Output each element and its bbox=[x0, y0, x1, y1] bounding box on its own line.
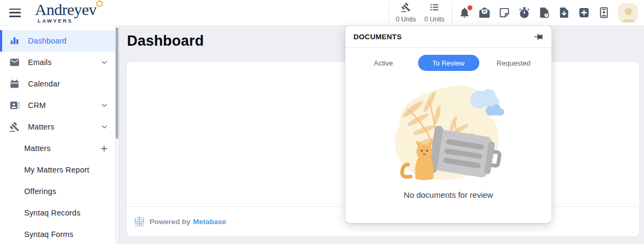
tab-requested[interactable]: Requested bbox=[481, 59, 546, 67]
sidebar-item-offerings[interactable]: Offerings bbox=[0, 181, 116, 202]
sidebar-item-matters[interactable]: Matters bbox=[0, 116, 116, 138]
app-window: Andreyev LAWYERS 0 Units 0 Units bbox=[0, 0, 644, 244]
empty-state-message: No documents for review bbox=[345, 190, 551, 199]
tab-label: Requested bbox=[497, 59, 530, 67]
sidebar-item-label: Dashboard bbox=[28, 37, 67, 45]
brand-logo[interactable]: Andreyev LAWYERS bbox=[35, 2, 96, 24]
sidebar-item-label: Calendar bbox=[28, 80, 60, 88]
task-list-icon bbox=[429, 2, 440, 15]
add-square-icon[interactable] bbox=[578, 6, 591, 19]
sidebar-item-label: Offerings bbox=[24, 187, 56, 196]
bar-chart-icon bbox=[9, 35, 20, 46]
file-download-icon[interactable] bbox=[558, 6, 571, 19]
sidebar-item-emails[interactable]: Emails bbox=[0, 52, 116, 73]
sidebar-item-label: CRM bbox=[28, 101, 46, 110]
metabase-logo-icon bbox=[134, 217, 145, 227]
calendar-icon bbox=[9, 78, 20, 89]
sidebar-nav: Dashboard Emails Calendar CRM bbox=[0, 26, 119, 244]
header-actions: 0 Units 0 Units ? bbox=[386, 2, 638, 24]
documents-tabs: Active To Review Requested bbox=[345, 55, 551, 71]
chevron-down-icon[interactable] bbox=[100, 58, 109, 67]
sidebar-item-matters-sub[interactable]: Matters bbox=[0, 138, 116, 159]
notification-dot bbox=[468, 5, 472, 10]
scrollbar-thumb[interactable] bbox=[116, 27, 118, 139]
sidebar-item-label: My Matters Report bbox=[24, 166, 89, 174]
hexagon-icon bbox=[96, 0, 103, 9]
gavel-icon bbox=[401, 2, 411, 15]
sidebar-item-syntaq-records[interactable]: Syntaq Records bbox=[0, 202, 116, 224]
documents-panel: DOCUMENTS Active To Review Requested bbox=[345, 26, 551, 223]
id-card-icon bbox=[9, 100, 20, 111]
documents-panel-header: DOCUMENTS bbox=[345, 26, 551, 48]
sidebar-item-my-matters-report[interactable]: My Matters Report bbox=[0, 159, 116, 181]
sidebar-item-label: Syntaq Forms bbox=[24, 230, 73, 239]
documents-panel-title: DOCUMENTS bbox=[353, 33, 402, 41]
powered-by-label: Powered by bbox=[150, 218, 190, 226]
hamburger-menu-icon[interactable] bbox=[9, 9, 21, 17]
divider bbox=[451, 2, 452, 24]
add-matter-button[interactable] bbox=[100, 144, 109, 153]
sidebar-item-label: Matters bbox=[24, 144, 51, 153]
sidebar-item-label: Emails bbox=[28, 58, 52, 67]
units-count-label: 0 Units bbox=[424, 16, 444, 23]
brand-tagline: LAWYERS bbox=[35, 18, 96, 24]
tab-to-review[interactable]: To Review bbox=[416, 55, 481, 71]
bell-icon[interactable] bbox=[458, 6, 471, 19]
metabase-link[interactable]: Metabase bbox=[193, 218, 227, 226]
sidebar-item-calendar[interactable]: Calendar bbox=[0, 73, 116, 95]
timer-icon[interactable] bbox=[518, 6, 531, 19]
units-count-label: 0 Units bbox=[396, 16, 416, 23]
cat-trash-illustration bbox=[385, 78, 512, 190]
chevron-down-icon[interactable] bbox=[100, 123, 109, 131]
tab-label-active: To Review bbox=[418, 55, 479, 71]
sidebar-item-label: Matters bbox=[28, 123, 54, 131]
contact-card-icon[interactable] bbox=[598, 6, 611, 19]
gavel-icon bbox=[9, 121, 20, 132]
divider bbox=[388, 2, 389, 24]
sidebar-item-syntaq-forms[interactable]: Syntaq Forms bbox=[0, 224, 116, 244]
file-question-icon[interactable]: ? bbox=[538, 6, 551, 19]
brand-name: Andreyev bbox=[35, 2, 96, 18]
task-units-counter[interactable]: 0 Units bbox=[420, 2, 449, 23]
matter-units-counter[interactable]: 0 Units bbox=[392, 2, 420, 23]
mail-icon[interactable] bbox=[478, 6, 491, 19]
envelope-icon bbox=[9, 57, 20, 68]
top-header: Andreyev LAWYERS 0 Units 0 Units bbox=[0, 0, 644, 26]
user-avatar[interactable] bbox=[618, 3, 638, 23]
sidebar-scrollbar[interactable] bbox=[115, 26, 119, 244]
note-icon[interactable] bbox=[498, 6, 511, 19]
chevron-down-icon[interactable] bbox=[100, 101, 109, 110]
sidebar-item-label: Syntaq Records bbox=[24, 209, 81, 217]
tab-active[interactable]: Active bbox=[351, 59, 416, 67]
svg-text:?: ? bbox=[546, 13, 548, 17]
pin-icon[interactable] bbox=[533, 32, 543, 42]
sidebar-item-crm[interactable]: CRM bbox=[0, 95, 116, 116]
sidebar-item-dashboard[interactable]: Dashboard bbox=[0, 30, 116, 52]
tab-label: Active bbox=[374, 59, 393, 67]
